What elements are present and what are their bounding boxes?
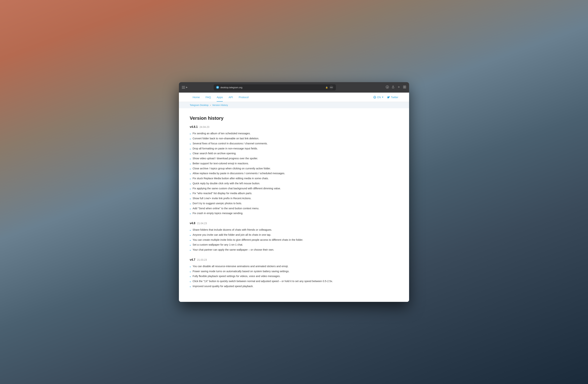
list-item: Add "Send when online" to the send butto… [190,206,398,211]
version-list-481: Fix sending an album of ten scheduled me… [190,131,398,216]
svg-rect-5 [405,86,406,87]
list-item: Anyone you invite can add the folder and… [190,232,398,238]
list-item: Set a custom wallpaper for any 1-on-1 ch… [190,242,398,247]
twitter-label: Twitter [391,96,398,99]
breadcrumb-current: Version History [212,104,228,106]
sidebar-toggle[interactable] [182,86,188,89]
lang-label: EN [377,96,381,99]
lang-chevron [382,97,383,98]
browser-actions [386,85,406,90]
breadcrumb-bar: Telegram Desktop › Version History [179,102,409,108]
list-item: You can create multiple invite links to … [190,238,398,243]
list-item: Fix stuck Replace Media button after edi… [190,176,398,181]
version-date-481: 24.04.23 [199,125,209,128]
version-date-48: 21.04.23 [197,222,207,225]
svg-rect-0 [182,86,185,86]
list-item: Your chat partner can apply the same wal… [190,247,398,252]
nav-home[interactable]: Home [190,93,203,101]
new-tab-icon[interactable] [397,85,400,90]
version-header-48: v4.8 21.04.23 [190,222,398,225]
nav-links: Home FAQ Apps API Protocol [190,93,373,101]
version-header-481: v4.8.1 24.04.23 [190,125,398,129]
version-number-481: v4.8.1 [190,125,198,129]
list-item: Clear search field on archive opening. [190,151,398,156]
breadcrumb: Telegram Desktop › Version History [190,104,398,106]
url-text: desktop.telegram.org [220,86,324,89]
list-item: Several fixes of focus control in discus… [190,141,398,146]
breadcrumb-separator: › [210,104,211,106]
list-item: You can disable all resource-intensive a… [190,264,398,269]
nav-api[interactable]: API [226,93,236,101]
browser-chrome: desktop.telegram.org 🔒 ••• [179,82,409,93]
version-section-48: v4.8 21.04.23 Share folders that include… [190,222,398,252]
lock-icon: 🔒 [325,86,328,89]
list-item: Fix "who reacted" list display for media… [190,191,398,196]
main-content: Version history v4.8.1 24.04.23 Fix send… [179,108,409,302]
svg-rect-6 [403,87,404,88]
list-item: Fix crash in empty topics message sendin… [190,211,398,216]
list-item: Fix sending an album of ten scheduled me… [190,131,398,136]
twitter-link[interactable]: Twitter [387,96,398,99]
list-item: Click the "1X" button to quickly switch … [190,279,398,284]
list-item: Better support for text-colored emoji in… [190,161,398,166]
version-section-47: v4.7 21.03.23 You can disable all resour… [190,258,398,289]
page-title: Version history [190,115,398,121]
more-options-button[interactable]: ••• [329,85,333,89]
list-item: Fix applying the same custom chat backgr… [190,186,398,191]
list-item: Fully flexible playback speed settings f… [190,274,398,279]
telegram-favicon [216,86,219,89]
share-icon[interactable] [391,85,395,90]
version-section-481: v4.8.1 24.04.23 Fix sending an album of … [190,125,398,216]
svg-rect-1 [182,87,185,88]
list-item: Close archive / topics group when clicki… [190,166,398,171]
language-button[interactable]: EN [373,96,383,99]
list-item: Share folders that include dozens of cha… [190,227,398,232]
twitter-icon [387,96,390,99]
version-header-47: v4.7 21.03.23 [190,258,398,262]
nav-apps[interactable]: Apps [214,93,226,101]
nav-bar: Home FAQ Apps API Protocol EN [179,93,409,102]
list-item: Convert folder back to non-shareable on … [190,136,398,141]
version-date-47: 21.03.23 [197,258,207,261]
address-bar[interactable]: desktop.telegram.org 🔒 ••• [214,84,336,90]
nav-right: EN Twitter [373,96,398,99]
breadcrumb-parent[interactable]: Telegram Desktop [190,104,209,106]
version-number-48: v4.8 [190,222,195,225]
tab-grid-icon[interactable] [403,85,406,90]
version-list-47: You can disable all resource-intensive a… [190,264,398,289]
nav-protocol[interactable]: Protocol [236,93,252,101]
browser-window: desktop.telegram.org 🔒 ••• [179,82,409,302]
list-item: Allow replace media by paste in discussi… [190,171,398,176]
version-number-47: v4.7 [190,258,195,262]
version-list-48: Share folders that include dozens of cha… [190,227,398,252]
list-item: Power saving mode turns on automatically… [190,269,398,274]
svg-rect-4 [403,86,404,87]
nav-faq[interactable]: FAQ [203,93,214,101]
download-icon[interactable] [386,85,389,90]
svg-rect-7 [405,87,406,88]
list-item: Drop all formatting on paste in non-mess… [190,146,398,151]
list-item: Show video upload / download progress ov… [190,156,398,161]
list-item: Show full t.me/+ invite link prefix in R… [190,196,398,201]
list-item: Don't try to suggest userpic photos to b… [190,201,398,206]
list-item: Improved sound quality for adjusted spee… [190,284,398,289]
list-item: Quick reply by double click only with th… [190,181,398,186]
svg-rect-2 [182,88,185,89]
